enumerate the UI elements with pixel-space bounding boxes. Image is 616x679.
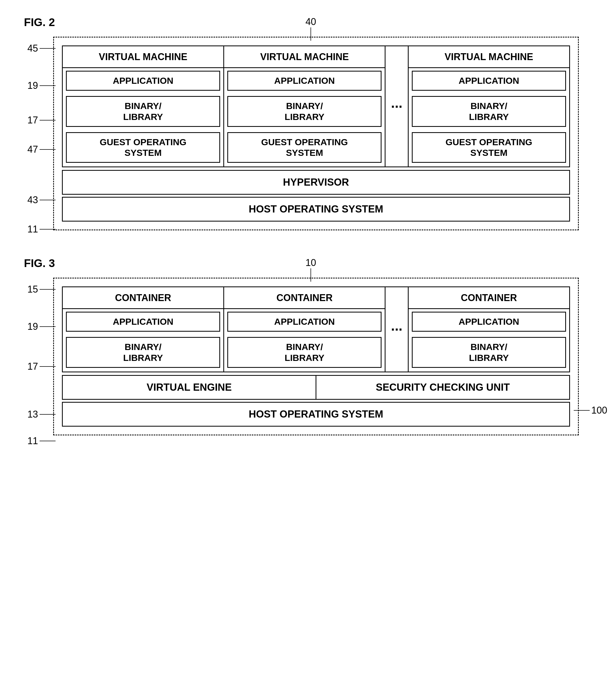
fig3-col-3: CONTAINER APPLICATION BINARY/LIBRARY <box>409 287 569 371</box>
fig2-col-2: VIRTUAL MACHINE APPLICATION BINARY/LIBRA… <box>224 46 385 166</box>
fig3-outer-box: 10 15 19 17 13 11 1 <box>53 278 579 435</box>
fig3-col3-header: CONTAINER <box>409 287 569 309</box>
fig2-columns-area: VIRTUAL MACHINE APPLICATION BINARY/LIBRA… <box>62 45 570 167</box>
fig2-col3-binary: BINARY/LIBRARY <box>412 96 566 127</box>
fig2-ref-47: 47 <box>27 144 56 155</box>
fig3-ref-17: 17 <box>27 361 56 372</box>
fig2-outer-box: 40 45 19 17 47 43 11 <box>53 37 579 230</box>
fig2-hypervisor: HYPERVISOR <box>62 170 570 195</box>
fig3-col1-app: APPLICATION <box>66 312 220 332</box>
fig2-col3-app: APPLICATION <box>412 71 566 91</box>
fig2-col1-binary: BINARY/LIBRARY <box>66 96 220 127</box>
fig3-col3-app: APPLICATION <box>412 312 566 332</box>
fig2-ref-19: 19 <box>27 80 56 91</box>
fig2-col2-binary: BINARY/LIBRARY <box>227 96 381 127</box>
fig3-virtual-engine: VIRTUAL ENGINE <box>62 375 316 400</box>
fig2-outer-ref: 40 <box>305 16 316 41</box>
figure-3: FIG. 3 10 15 19 17 13 11 <box>21 257 595 435</box>
fig3-columns-area: CONTAINER APPLICATION BINARY/LIBRARY CON… <box>62 286 570 373</box>
fig2-col3-guest: GUEST OPERATINGSYSTEM <box>412 132 566 163</box>
fig3-col2-header: CONTAINER <box>224 287 385 309</box>
fig3-ref-13: 13 <box>27 409 56 420</box>
fig3-col1-binary: BINARY/LIBRARY <box>66 337 220 368</box>
fig2-col1-app: APPLICATION <box>66 71 220 91</box>
fig2-ellipsis: ··· <box>385 46 408 166</box>
fig2-col2-app: APPLICATION <box>227 71 381 91</box>
fig2-col-3: VIRTUAL MACHINE APPLICATION BINARY/LIBRA… <box>409 46 569 166</box>
fig2-col2-guest: GUEST OPERATINGSYSTEM <box>227 132 381 163</box>
fig2-col1-header: VIRTUAL MACHINE <box>63 46 223 68</box>
fig3-col-1: CONTAINER APPLICATION BINARY/LIBRARY <box>63 287 224 371</box>
fig3-col3-binary: BINARY/LIBRARY <box>412 337 566 368</box>
fig2-ref-43: 43 <box>27 194 56 205</box>
fig2-ref-45: 45 <box>27 43 56 54</box>
fig2-col-1: VIRTUAL MACHINE APPLICATION BINARY/LIBRA… <box>63 46 224 166</box>
fig2-host-os: HOST OPERATING SYSTEM <box>62 197 570 222</box>
fig3-col1-header: CONTAINER <box>63 287 223 309</box>
fig2-ref-11: 11 <box>27 224 56 235</box>
fig3-ref-19: 19 <box>27 321 56 332</box>
fig3-ref-15: 15 <box>27 284 56 295</box>
fig2-col1-guest: GUEST OPERATINGSYSTEM <box>66 132 220 163</box>
figure-2: FIG. 2 40 45 19 17 47 43 <box>21 16 595 230</box>
fig3-ellipsis: ··· <box>385 287 408 371</box>
fig3-ref-11: 11 <box>27 435 56 447</box>
fig3-security-checking: SECURITY CHECKING UNIT <box>316 375 570 400</box>
fig3-col2-app: APPLICATION <box>227 312 381 332</box>
fig3-host-os: HOST OPERATING SYSTEM <box>62 402 570 427</box>
fig3-outer-ref: 10 <box>305 257 316 282</box>
fig3-col-2: CONTAINER APPLICATION BINARY/LIBRARY <box>224 287 385 371</box>
fig3-mid-row: VIRTUAL ENGINE SECURITY CHECKING UNIT <box>62 375 570 400</box>
fig2-col3-header: VIRTUAL MACHINE <box>409 46 569 68</box>
fig3-ref-100: 100 <box>574 405 607 416</box>
fig2-ref-17: 17 <box>27 115 56 126</box>
fig2-col2-header: VIRTUAL MACHINE <box>224 46 385 68</box>
fig3-col2-binary: BINARY/LIBRARY <box>227 337 381 368</box>
